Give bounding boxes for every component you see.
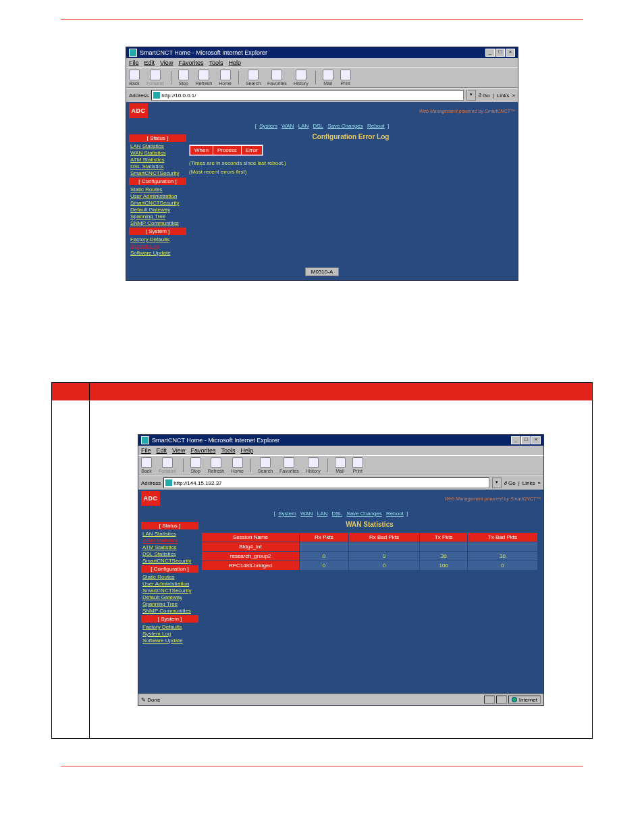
subnav-lan[interactable]: LAN [298,123,309,129]
sb-user-admin[interactable]: User Administration [129,193,186,199]
subnav-dsl[interactable]: DSL [313,123,324,129]
sb-lan-statistics[interactable]: LAN Statistics [129,143,186,149]
menu-favorites[interactable]: Favorites [190,447,215,454]
print-button[interactable]: Print [352,457,363,473]
address-value: http://10.0.0.1/ [161,93,196,99]
sb-spanning-tree[interactable]: Spanning Tree [141,601,198,607]
menu-help[interactable]: Help [228,59,241,66]
sb-static-routes[interactable]: Static Routes [141,574,198,580]
sb-smartcnct-security-2[interactable]: SmartCNCTSecurity [129,200,186,206]
subnav-save-changes[interactable]: Save Changes [346,511,381,517]
sb-default-gateway[interactable]: Default Gateway [141,594,198,600]
subnav-wan[interactable]: WAN [300,511,313,517]
go-button[interactable]: ∂ Go [504,480,516,486]
sb-system-log[interactable]: System Log [141,631,198,637]
menu-edit[interactable]: Edit [157,447,167,454]
menu-file[interactable]: File [141,447,151,454]
sb-header-system: [ System ] [141,615,198,623]
menu-favorites[interactable]: Favorites [178,59,203,66]
sb-snmp-communities[interactable]: SNMP Communities [129,220,186,226]
maximize-button[interactable]: □ [495,49,505,57]
col-tx-pkts: Tx Pkts [420,533,467,542]
menu-edit[interactable]: Edit [144,59,155,66]
sub-nav: [ System WAN LAN DSL Save Changes Reboot… [138,507,543,518]
menu-view[interactable]: View [160,59,173,66]
address-value: http://144.15.192.37 [173,480,221,486]
menu-tools[interactable]: Tools [209,59,223,66]
search-button[interactable]: Search [258,457,273,473]
subnav-wan[interactable]: WAN [281,123,294,129]
sb-dsl-statistics[interactable]: DSL Statistics [141,551,198,557]
sb-factory-defaults[interactable]: Factory Defaults [141,624,198,630]
sb-factory-defaults[interactable]: Factory Defaults [129,236,186,242]
session-name: RFC1483-bridged [202,561,299,570]
menu-file[interactable]: File [129,59,139,66]
sb-user-admin[interactable]: User Administration [141,581,198,587]
address-input[interactable]: http://144.15.192.37 [163,477,489,488]
history-button[interactable]: History [294,70,308,86]
address-bar: Address http://144.15.192.37 ▾ ∂ Go | Li… [138,475,543,490]
subnav-reboot[interactable]: Reboot [367,123,385,129]
address-input[interactable]: http://10.0.0.1/ [151,90,464,101]
close-button[interactable]: × [506,49,515,57]
maximize-button[interactable]: □ [521,436,531,444]
stop-button[interactable]: Stop [178,70,189,86]
sb-static-routes[interactable]: Static Routes [129,186,186,192]
wan-statistics-table: Session Name Rx Pkts Rx Bad Pkts Tx Pkts… [201,532,538,571]
mail-button[interactable]: Mail [335,457,346,473]
globe-icon [512,697,517,702]
sb-smartcnct-security-1[interactable]: SmartCNCTSecurity [141,558,198,564]
forward-button[interactable]: Forward [159,457,176,473]
sb-software-update[interactable]: Software Update [129,250,186,256]
subnav-reboot[interactable]: Reboot [386,511,404,517]
history-button[interactable]: History [306,457,321,473]
minimize-button[interactable]: _ [485,49,495,57]
links-label[interactable]: Links [522,480,535,486]
back-button[interactable]: Back [129,70,140,86]
session-name: Bldg4_int [202,542,299,551]
sb-header-status: [ Status ] [141,522,198,529]
minimize-button[interactable]: _ [511,436,520,444]
sb-snmp-communities[interactable]: SNMP Communities [141,608,198,614]
sb-wan-statistics[interactable]: WAN Statistics [141,538,198,544]
menu-view[interactable]: View [172,447,185,454]
favorites-button[interactable]: Favorites [279,457,299,473]
forward-button[interactable]: Forward [146,70,164,86]
sb-dsl-statistics[interactable]: DSL Statistics [129,163,186,170]
subnav-dsl[interactable]: DSL [332,511,343,517]
close-button[interactable]: × [531,436,541,444]
sb-lan-statistics[interactable]: LAN Statistics [141,531,198,537]
sb-smartcnct-security-2[interactable]: SmartCNCTSecurity [141,588,198,594]
sb-atm-statistics[interactable]: ATM Statistics [141,544,198,550]
refresh-button[interactable]: Refresh [208,457,225,473]
sb-default-gateway[interactable]: Default Gateway [129,207,186,213]
sb-spanning-tree[interactable]: Spanning Tree [129,213,186,219]
menu-help[interactable]: Help [240,447,253,454]
sb-wan-statistics[interactable]: WAN Statistics [129,150,186,156]
subnav-system[interactable]: System [259,123,277,129]
search-button[interactable]: Search [246,70,261,86]
subnav-system[interactable]: System [278,511,296,517]
home-button[interactable]: Home [231,457,244,473]
home-button[interactable]: Home [219,70,232,86]
stop-button[interactable]: Stop [190,457,201,473]
links-label[interactable]: Links [497,93,510,99]
menu-tools[interactable]: Tools [221,447,235,454]
address-dropdown[interactable]: ▾ [466,90,476,101]
subnav-lan[interactable]: LAN [317,511,328,517]
toolbar: Back Forward Stop Refresh Home Search Fa… [138,455,543,475]
go-button[interactable]: ∂ Go [479,93,490,99]
mail-button[interactable]: Mail [323,70,333,86]
sb-software-update[interactable]: Software Update [141,637,198,644]
sb-atm-statistics[interactable]: ATM Statistics [129,157,186,163]
address-dropdown[interactable]: ▾ [492,477,502,488]
sb-smartcnct-security-1[interactable]: SmartCNCTSecurity [129,170,186,176]
print-button[interactable]: Print [340,70,351,86]
favorites-button[interactable]: Favorites [267,70,287,86]
refresh-button[interactable]: Refresh [196,70,213,86]
sb-system-log[interactable]: System Log [129,243,186,249]
col-tx-bad-pkts: Tx Bad Pkts [468,533,537,542]
back-button[interactable]: Back [141,457,152,473]
subnav-save-changes[interactable]: Save Changes [327,123,363,129]
toolbar: Back Forward Stop Refresh Home Search Fa… [126,68,518,88]
